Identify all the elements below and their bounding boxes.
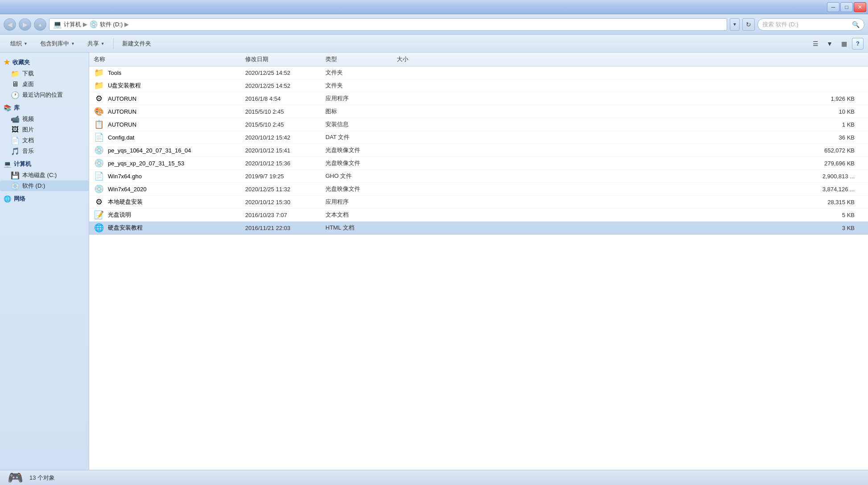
sidebar-item-music[interactable]: 🎵 音乐: [0, 146, 89, 156]
preview-pane-button[interactable]: ▦: [838, 37, 850, 50]
file-name: pe_yqs_1064_20_07_31_16_04: [108, 147, 191, 154]
back-icon: ◀: [8, 21, 12, 28]
desktop-label: 桌面: [22, 80, 34, 88]
file-name: Win7x64.gho: [108, 173, 142, 180]
preview-icon: ▦: [841, 40, 847, 47]
file-name-cell: 💿 pe_yqs_xp_20_07_31_15_53: [94, 159, 245, 168]
table-row[interactable]: ⚙ AUTORUN 2016/1/8 4:54 应用程序 1,926 KB: [89, 92, 868, 105]
sidebar-item-c-drive[interactable]: 💾 本地磁盘 (C:): [0, 170, 89, 181]
file-type: 图标: [325, 107, 397, 115]
share-button[interactable]: 共享 ▼: [82, 37, 111, 50]
sidebar-item-download[interactable]: 📁 下载: [0, 68, 89, 79]
table-row[interactable]: 📄 Win7x64.gho 2019/9/7 19:25 GHO 文件 2,90…: [89, 170, 868, 183]
path-sep1: ▶: [83, 21, 87, 28]
library-header[interactable]: 📚 库: [0, 102, 89, 114]
file-date: 2020/12/25 14:52: [245, 82, 325, 89]
search-placeholder: 搜索 软件 (D:): [762, 21, 849, 29]
download-icon: 📁: [11, 70, 20, 77]
minimize-button[interactable]: ─: [827, 2, 839, 12]
sidebar-item-recent[interactable]: 🕐 最近访问的位置: [0, 90, 89, 100]
file-type: 光盘映像文件: [325, 185, 397, 193]
close-button[interactable]: ✕: [854, 2, 866, 12]
music-label: 音乐: [22, 147, 34, 155]
file-icon: ⚙: [94, 94, 104, 103]
table-row[interactable]: 🎨 AUTORUN 2015/5/10 2:45 图标 10 KB: [89, 105, 868, 118]
file-list: 📁 Tools 2020/12/25 14:52 文件夹 📁 U盘安装教程 20…: [89, 66, 868, 234]
help-label: ?: [856, 40, 860, 47]
file-type: 文本文档: [325, 211, 397, 219]
column-size[interactable]: 大小: [397, 55, 864, 63]
new-folder-button[interactable]: 新建文件夹: [116, 37, 157, 50]
favorites-icon: ★: [4, 58, 10, 66]
recent-label: 最近访问的位置: [22, 91, 63, 99]
file-type: 文件夹: [325, 69, 397, 77]
share-label: 共享: [87, 40, 99, 48]
column-name[interactable]: 名称: [94, 55, 245, 63]
computer-header[interactable]: 💻 计算机: [0, 158, 89, 170]
library-icon: 📚: [4, 104, 11, 111]
file-type: 应用程序: [325, 95, 397, 103]
address-bar: ◀ ▶ ▲ 💻 计算机 ▶ 💿 软件 (D:) ▶ ▼ ↻ 搜索 软件 (D:)…: [0, 14, 868, 35]
network-label: 网络: [14, 195, 25, 203]
address-path[interactable]: 💻 计算机 ▶ 💿 软件 (D:) ▶: [49, 18, 727, 31]
table-row[interactable]: 💿 Win7x64_2020 2020/12/25 11:32 光盘映像文件 3…: [89, 183, 868, 196]
column-date[interactable]: 修改日期: [245, 55, 325, 63]
organize-button[interactable]: 组织 ▼: [4, 37, 33, 50]
search-box[interactable]: 搜索 软件 (D:) 🔍: [757, 18, 864, 31]
title-bar: ─ □ ✕: [0, 0, 868, 14]
file-name: Win7x64_2020: [108, 186, 147, 193]
status-icon: 🎮: [6, 471, 24, 485]
file-name-cell: 💿 Win7x64_2020: [94, 185, 245, 193]
table-row[interactable]: 📁 Tools 2020/12/25 14:52 文件夹: [89, 66, 868, 79]
file-name-cell: 📋 AUTORUN: [94, 120, 245, 129]
network-header[interactable]: 🌐 网络: [0, 193, 89, 205]
file-icon: 📝: [94, 210, 104, 219]
table-row[interactable]: 📄 Config.dat 2020/10/12 15:42 DAT 文件 36 …: [89, 131, 868, 144]
column-type[interactable]: 类型: [325, 55, 397, 63]
library-label: 库: [14, 104, 20, 112]
file-size: 3 KB: [397, 225, 864, 231]
file-name: pe_yqs_xp_20_07_31_15_53: [108, 160, 184, 167]
file-date: 2020/10/12 15:36: [245, 160, 325, 167]
file-name-cell: 📁 U盘安装教程: [94, 81, 245, 90]
sidebar-item-document[interactable]: 📄 文档: [0, 135, 89, 146]
refresh-button[interactable]: ↻: [742, 18, 755, 31]
sidebar-item-desktop[interactable]: 🖥 桌面: [0, 79, 89, 90]
view-toggle-button[interactable]: ☰: [809, 37, 822, 50]
include-arrow: ▼: [71, 41, 75, 46]
d-drive-label: 软件 (D:): [22, 182, 45, 190]
sidebar-item-video[interactable]: 📹 视频: [0, 114, 89, 124]
table-row[interactable]: 💿 pe_yqs_xp_20_07_31_15_53 2020/10/12 15…: [89, 157, 868, 170]
up-icon: ▲: [38, 22, 43, 27]
table-row[interactable]: 📝 光盘说明 2016/10/23 7:07 文本文档 5 KB: [89, 209, 868, 222]
maximize-button[interactable]: □: [840, 2, 853, 12]
address-dropdown[interactable]: ▼: [730, 18, 740, 31]
table-row[interactable]: 📋 AUTORUN 2015/5/10 2:45 安装信息 1 KB: [89, 118, 868, 131]
file-icon: 📋: [94, 120, 104, 129]
include-library-button[interactable]: 包含到库中 ▼: [34, 37, 81, 50]
favorites-label: 收藏夹: [12, 58, 30, 66]
table-row[interactable]: ⚙ 本地硬盘安装 2020/10/12 15:30 应用程序 28,315 KB: [89, 196, 868, 209]
sidebar-item-picture[interactable]: 🖼 图片: [0, 124, 89, 135]
music-icon: 🎵: [11, 148, 20, 155]
file-type: 光盘映像文件: [325, 159, 397, 167]
file-name: 光盘说明: [108, 211, 131, 219]
forward-button[interactable]: ▶: [19, 18, 31, 31]
sidebar-item-d-drive[interactable]: 💿 软件 (D:): [0, 181, 89, 191]
up-button[interactable]: ▲: [34, 18, 46, 31]
toolbar-right: ☰ ▼ ▦ ?: [809, 37, 864, 50]
file-size: 5 KB: [397, 212, 864, 218]
table-row[interactable]: 🌐 硬盘安装教程 2016/11/21 22:03 HTML 文档 3 KB: [89, 222, 868, 234]
file-name: Tools: [108, 70, 121, 76]
favorites-header[interactable]: ★ 收藏夹: [0, 56, 89, 68]
back-button[interactable]: ◀: [4, 18, 16, 31]
file-icon: 📁: [94, 68, 104, 77]
file-size: 2,900,813 ...: [397, 173, 864, 180]
file-date: 2016/11/21 22:03: [245, 225, 325, 231]
help-button[interactable]: ?: [852, 38, 864, 49]
forward-icon: ▶: [23, 21, 28, 28]
table-row[interactable]: 💿 pe_yqs_1064_20_07_31_16_04 2020/10/12 …: [89, 144, 868, 157]
file-name: 本地硬盘安装: [108, 198, 143, 206]
table-row[interactable]: 📁 U盘安装教程 2020/12/25 14:52 文件夹: [89, 79, 868, 92]
view-toggle-arrow[interactable]: ▼: [823, 37, 836, 50]
